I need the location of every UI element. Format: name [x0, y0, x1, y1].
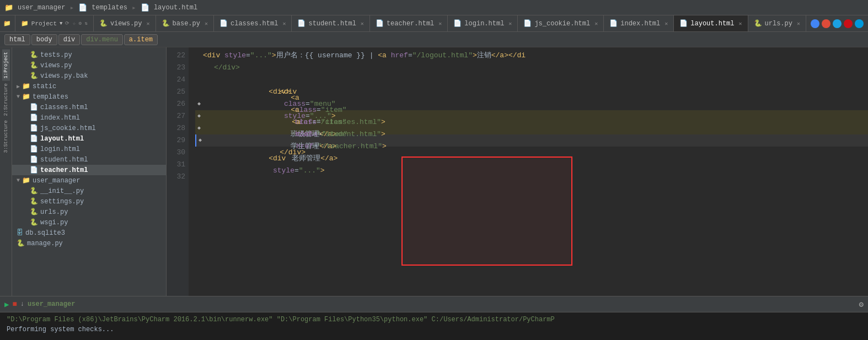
strip-structure-3[interactable]: 3:Structure [2, 118, 10, 155]
breadcrumb-body[interactable]: body [31, 34, 57, 45]
ln-22: 22 [167, 50, 185, 62]
safari-icon[interactable] [855, 19, 864, 28]
code-content[interactable]: <div style="..."> 用户名：{{ username }} | <… [189, 47, 868, 296]
tree-item-student-html[interactable]: 📄 student.html [12, 154, 166, 165]
views-bak-label: views.py.bak [40, 72, 162, 80]
code-editor: 22 23 24 25 26 27 28 29 30 31 32 [167, 47, 868, 296]
gutter-arrow-29: ◆ [199, 134, 202, 147]
run-bar: ▶ ■ ↓ user_manager ⚙ [0, 296, 868, 312]
db-sqlite3-label: db.sqlite3 [25, 229, 162, 237]
panel-toggle-icon: 📁 [3, 20, 11, 27]
teacher-html-tree-icon: 📄 [30, 166, 38, 174]
run-icon[interactable]: ▶ [4, 300, 9, 309]
tree-item-teacher-html[interactable]: 📄 teacher.html [12, 165, 166, 175]
tab-student-html[interactable]: 📄 student.html ✕ [292, 15, 369, 31]
js-cookie-close[interactable]: ✕ [594, 20, 598, 27]
tree-item-views-bak[interactable]: 🐍 views.py.bak [12, 71, 166, 81]
teacher-html-label: teacher.html [387, 20, 434, 28]
left-strip: 1:Project 2:Structure 3:Structure [0, 47, 12, 296]
tree-item-user-manager[interactable]: ▼ 📁 user_manager [12, 175, 166, 186]
breadcrumb-html[interactable]: html [4, 34, 30, 45]
run-label[interactable]: user_manager [28, 300, 75, 308]
tree-item-layout-html[interactable]: 📄 layout.html [12, 133, 166, 144]
gutter-29: ◆ [196, 134, 204, 147]
tab-login-html[interactable]: 📄 login.html ✕ [448, 15, 518, 31]
title-project: user_manager [18, 4, 65, 12]
editor-area[interactable]: 22 23 24 25 26 27 28 29 30 31 32 [167, 47, 868, 296]
tree-item-index-html[interactable]: 📄 index.html [12, 112, 166, 123]
tree-item-settings-py[interactable]: 🐍 settings.py [12, 196, 166, 207]
tree-item-static[interactable]: ▶ 📁 static [12, 81, 166, 91]
run-down-icon[interactable]: ↓ [20, 300, 24, 308]
ln-29: 29 [167, 134, 185, 147]
tab-teacher-html[interactable]: 📄 teacher.html ✕ [370, 15, 448, 31]
init-py-label: __init__.py [40, 187, 162, 195]
run-stop-icon[interactable]: ■ [12, 300, 17, 309]
student-html-tree-label: student.html [40, 156, 162, 164]
code-line-23: </div> [195, 62, 868, 74]
opera-icon[interactable] [844, 19, 853, 28]
breadcrumb-a-item[interactable]: a.item [124, 34, 158, 45]
views-py-close[interactable]: ✕ [147, 20, 150, 27]
project-tab-arrow: ▼ [60, 21, 62, 26]
classes-html-close[interactable]: ✕ [282, 20, 286, 27]
login-html-tree-label: login.html [40, 145, 162, 153]
layout-html-close[interactable]: ✕ [739, 20, 742, 27]
tree-item-db-sqlite3[interactable]: 🗄 db.sqlite3 [12, 228, 166, 238]
login-html-label: login.html [464, 20, 504, 28]
tab-layout-html[interactable]: 📄 layout.html ✕ [674, 15, 748, 31]
login-html-close[interactable]: ✕ [508, 20, 512, 27]
ln-31: 31 [167, 159, 185, 171]
tab-views-py[interactable]: 🐍 views.py ✕ [94, 15, 156, 31]
classes-html-tree-label: classes.html [40, 104, 162, 111]
init-py-icon: 🐍 [30, 187, 38, 195]
tree-item-manage-py[interactable]: 🐍 manage.py [12, 238, 166, 249]
tree-item-jscookie[interactable]: 📄 js_cookie.html [12, 123, 166, 133]
chrome-icon[interactable] [811, 19, 819, 28]
base-py-close[interactable]: ✕ [205, 20, 208, 27]
firefox-icon[interactable] [822, 19, 831, 28]
student-html-close[interactable]: ✕ [361, 20, 364, 27]
browser-icons [811, 19, 864, 28]
tab-index-html[interactable]: 📄 index.html ✕ [604, 15, 674, 31]
user-manager-folder-icon: 📁 [22, 176, 30, 185]
views-py-tree-label: views.py [40, 62, 162, 69]
layout-html-tree-label: layout.html [40, 135, 162, 143]
strip-structure-2[interactable]: 2:Structure [2, 81, 10, 118]
gutter-arrow-26: ◆ [197, 98, 201, 110]
tree-item-classes-html[interactable]: 📄 classes.html [12, 102, 166, 112]
tree-item-wsgi-py[interactable]: 🐍 wsgi.py [12, 217, 166, 228]
student-html-icon: 📄 [297, 19, 306, 28]
breadcrumb-div-menu[interactable]: div.menu [81, 34, 123, 45]
tab-urls-py[interactable]: 🐍 urls.py ✕ [748, 15, 806, 31]
tree-item-login-html[interactable]: 📄 login.html [12, 144, 166, 154]
urls-py-close[interactable]: ✕ [797, 20, 800, 27]
index-html-icon: 📄 [609, 19, 618, 28]
classes-html-tree-icon: 📄 [30, 103, 38, 111]
breadcrumb-div[interactable]: div [58, 34, 81, 45]
tree-item-urls-py[interactable]: 🐍 urls.py [12, 207, 166, 217]
strip-project[interactable]: 1:Project [2, 50, 10, 81]
title-file-icon: 📄 [141, 3, 149, 12]
run-gear-icon[interactable]: ⚙ [859, 300, 864, 309]
tree-item-init-py[interactable]: 🐍 __init__.py [12, 186, 166, 196]
teacher-html-close[interactable]: ✕ [438, 20, 442, 27]
tab-project[interactable]: 📁 Project ▼ ⟳ ☆ ⚙ ⇅ [15, 15, 94, 31]
gutter-26: ◆ [195, 98, 203, 110]
ln-32: 32 [167, 171, 185, 183]
index-html-close[interactable]: ✕ [665, 20, 668, 27]
panel-toggle[interactable]: 📁 [0, 15, 15, 31]
urls-py-icon: 🐍 [754, 19, 762, 28]
project-tab-icons: ⟳ ☆ ⚙ ⇅ [65, 20, 87, 26]
tab-js-cookie-html[interactable]: 📄 js_cookie.html ✕ [518, 15, 604, 31]
user-manager-label: user_manager [33, 177, 162, 185]
tree-item-views-py[interactable]: 🐍 views.py [12, 60, 166, 71]
gutter-28: ◆ [195, 122, 203, 134]
project-tab-label: Project [31, 20, 57, 27]
tab-base-py[interactable]: 🐍 base.py ✕ [156, 15, 214, 31]
tab-classes-html[interactable]: 📄 classes.html ✕ [214, 15, 292, 31]
tree-item-templates[interactable]: ▼ 📁 templates [12, 91, 166, 102]
student-html-tree-icon: 📄 [30, 155, 38, 164]
ie-icon[interactable] [833, 19, 842, 28]
tree-item-tests-py[interactable]: 🐍 tests.py [12, 50, 166, 60]
